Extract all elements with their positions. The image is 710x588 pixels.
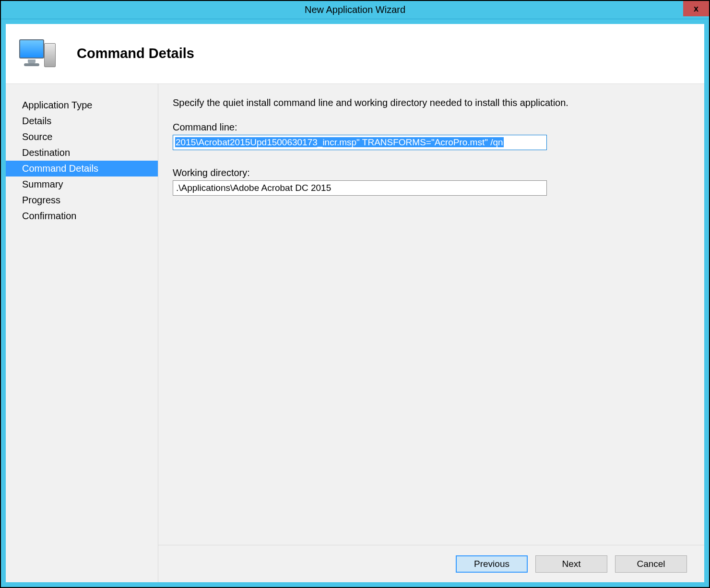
- window-frame: Command Details Application Type Details…: [1, 19, 709, 587]
- sidebar-item-command-details[interactable]: Command Details: [6, 161, 158, 176]
- instruction-text: Specify the quiet install command line a…: [173, 97, 688, 108]
- main-panel: Specify the quiet install command line a…: [158, 84, 704, 582]
- next-button[interactable]: Next: [535, 555, 607, 573]
- close-button[interactable]: x: [683, 1, 709, 16]
- sidebar-item-source[interactable]: Source: [6, 129, 158, 145]
- wizard-window: New Application Wizard x Command Details…: [0, 0, 710, 588]
- main-content: Specify the quiet install command line a…: [158, 84, 704, 545]
- command-line-value: 2015\Acrobat2015Upd1500630173_incr.msp" …: [175, 137, 504, 147]
- sidebar-item-label: Details: [22, 116, 51, 126]
- sidebar-item-destination[interactable]: Destination: [6, 145, 158, 161]
- sidebar-item-label: Destination: [22, 147, 70, 158]
- sidebar-item-summary[interactable]: Summary: [6, 176, 158, 192]
- sidebar-item-label: Application Type: [22, 100, 92, 110]
- sidebar-item-label: Confirmation: [22, 211, 76, 221]
- computer-icon: [19, 36, 58, 70]
- sidebar-item-label: Progress: [22, 195, 60, 205]
- working-directory-input[interactable]: [173, 180, 547, 196]
- button-bar: Previous Next Cancel: [158, 545, 704, 582]
- wizard-steps-sidebar: Application Type Details Source Destinat…: [6, 84, 158, 582]
- sidebar-item-confirmation[interactable]: Confirmation: [6, 208, 158, 224]
- sidebar-item-label: Source: [22, 131, 52, 142]
- working-directory-group: Working directory:: [173, 167, 688, 196]
- body-area: Application Type Details Source Destinat…: [6, 83, 704, 582]
- command-line-input[interactable]: 2015\Acrobat2015Upd1500630173_incr.msp" …: [173, 135, 547, 150]
- previous-button[interactable]: Previous: [456, 555, 528, 573]
- close-icon: x: [694, 4, 698, 14]
- page-title: Command Details: [77, 46, 194, 61]
- header-panel: Command Details: [6, 24, 704, 83]
- cancel-button[interactable]: Cancel: [615, 555, 687, 573]
- sidebar-item-details[interactable]: Details: [6, 113, 158, 129]
- titlebar[interactable]: New Application Wizard x: [1, 1, 709, 19]
- sidebar-item-application-type[interactable]: Application Type: [6, 97, 158, 113]
- command-line-group: Command line: 2015\Acrobat2015Upd1500630…: [173, 122, 688, 150]
- window-title: New Application Wizard: [305, 4, 405, 15]
- sidebar-item-progress[interactable]: Progress: [6, 192, 158, 208]
- command-line-label: Command line:: [173, 122, 688, 133]
- working-directory-label: Working directory:: [173, 167, 688, 178]
- sidebar-item-label: Summary: [22, 179, 63, 189]
- sidebar-item-label: Command Details: [22, 163, 98, 174]
